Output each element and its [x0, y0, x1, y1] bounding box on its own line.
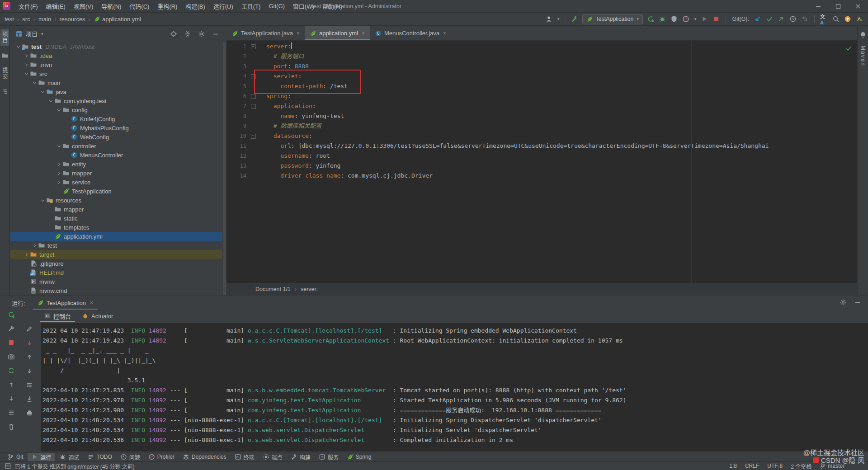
softwrap-icon[interactable] — [25, 381, 33, 389]
profiler-icon[interactable] — [682, 15, 690, 23]
git-commit-icon[interactable] — [765, 15, 774, 23]
search-icon[interactable] — [832, 15, 840, 23]
tree-item-resources[interactable]: resources — [10, 196, 222, 205]
pencil-icon[interactable] — [25, 325, 33, 333]
structure-icon[interactable] — [1, 88, 9, 96]
editor-tab-testapplication-java[interactable]: TestApplication.java× — [226, 26, 305, 40]
gear-icon[interactable] — [198, 30, 206, 38]
tree-item-webconfig[interactable]: CWebConfig — [10, 132, 222, 141]
tree-item-mybatisplusconfig[interactable]: CMybatisPlusConfig — [10, 123, 222, 132]
breadcrumb-item-application-yml[interactable]: application.yml — [94, 16, 141, 23]
inspections-ok-icon[interactable] — [844, 44, 853, 52]
minimize-icon[interactable] — [854, 298, 862, 306]
tree-item-src[interactable]: src — [10, 69, 222, 78]
menu-导航-n[interactable]: 导航(N) — [97, 0, 125, 12]
chevron-right-icon[interactable] — [31, 243, 38, 248]
window-maximize-button[interactable] — [828, 0, 848, 12]
code-line-3[interactable]: 3 port: 8888 — [226, 61, 857, 71]
tool-strip-maven[interactable]: Maven — [859, 43, 867, 69]
close-icon[interactable]: × — [297, 30, 300, 37]
menu-代码-c[interactable]: 代码(C) — [125, 0, 153, 12]
tool-window-button-spring[interactable]: Spring — [343, 453, 375, 461]
project-scrollbar[interactable] — [223, 42, 226, 295]
translate-icon[interactable]: 文A — [820, 15, 828, 23]
menu-icon[interactable] — [7, 409, 15, 417]
tree-item-entity[interactable]: entity — [10, 160, 222, 169]
print-icon[interactable] — [25, 409, 33, 417]
hammer-icon[interactable] — [571, 15, 579, 23]
chevron-down-icon[interactable]: ▾ — [41, 32, 43, 36]
gc-icon[interactable] — [7, 367, 15, 375]
chevron-right-icon[interactable] — [56, 180, 62, 185]
code-line-10[interactable]: 10− datasource: — [226, 131, 857, 141]
history-icon[interactable] — [789, 15, 797, 23]
folder-icon[interactable] — [1, 52, 9, 60]
tree-item-menuscontroller[interactable]: CMenusController — [10, 150, 222, 160]
tree-item-service[interactable]: service — [10, 178, 222, 187]
vcs-push-status[interactable]: 已将 1 个提交 推送到 origin/master (45 分钟 之前) — [15, 462, 135, 470]
trash-icon[interactable] — [7, 423, 15, 431]
grid-icon[interactable] — [5, 463, 11, 470]
git-push-icon[interactable] — [777, 15, 785, 23]
tree-item-mapper[interactable]: mapper — [10, 205, 222, 214]
fold-marker-icon[interactable]: − — [251, 44, 256, 49]
rerun-icon[interactable] — [7, 310, 15, 319]
tree-item-config[interactable]: config — [10, 105, 222, 114]
tree-item-target[interactable]: target — [10, 250, 222, 259]
code-line-8[interactable]: 8 name: yinfeng-test — [226, 111, 857, 121]
tree-item-com-yinfeng-test[interactable]: com.yinfeng.test — [10, 96, 222, 105]
chevron-down-icon[interactable] — [15, 44, 22, 49]
chevron-right-icon[interactable] — [56, 171, 62, 176]
status-item-crlf[interactable]: CRLF — [745, 463, 759, 469]
camera-icon[interactable] — [7, 352, 15, 361]
down-gray-icon[interactable] — [25, 367, 33, 375]
chevron-right-icon[interactable] — [23, 53, 30, 58]
tree-item-static[interactable]: static — [10, 214, 222, 223]
rollback-icon[interactable] — [801, 15, 809, 23]
chevron-down-icon[interactable]: ▾ — [694, 17, 697, 21]
tool-window-button-git[interactable]: Git — [4, 453, 27, 461]
tree-item-idea[interactable]: .idea — [10, 51, 222, 60]
code-line-13[interactable]: 13 password: yinfeng — [226, 161, 857, 171]
fold-marker-icon[interactable]: − — [251, 134, 256, 139]
up-gray-icon[interactable] — [25, 353, 33, 361]
chevron-right-icon[interactable] — [23, 252, 30, 257]
chevron-down-icon[interactable] — [56, 144, 62, 149]
code-line-14[interactable]: 14 driver-class-name: com.mysql.cj.jdbc.… — [226, 171, 857, 181]
tree-item-testapplication[interactable]: TestApplication — [10, 187, 222, 196]
tree-item-mvnw[interactable]: mvnw — [10, 277, 222, 286]
code-line-9[interactable]: 9 # 数据库相关配置 — [226, 121, 857, 131]
chevron-down-icon[interactable] — [39, 198, 46, 203]
menu-工具-t[interactable]: 工具(T) — [237, 0, 265, 12]
tree-item-knife4jconfig[interactable]: CKnife4jConfig — [10, 114, 222, 123]
wrench-icon[interactable] — [7, 324, 15, 333]
run-config-select[interactable]: TestApplication▾ — [582, 14, 643, 24]
run-tab-testapplication[interactable]: TestApplication× — [33, 296, 98, 310]
status-branch[interactable]: master — [820, 463, 844, 469]
tree-item-mvn[interactable]: .mvn — [10, 60, 222, 69]
status-item-utf-8[interactable]: UTF-8 — [767, 463, 783, 469]
coverage-icon[interactable] — [670, 15, 678, 23]
scrollend-icon[interactable] — [25, 395, 33, 403]
code-line-4[interactable]: 4− servlet: — [226, 71, 857, 81]
breadcrumb-item-main[interactable]: main — [38, 16, 51, 23]
tree-item-gitignore[interactable]: .gitignore — [10, 259, 222, 268]
tool-window-button-todo[interactable]: TODO — [84, 453, 115, 461]
console-output[interactable]: 2022-04-10 21:47:19.423 INFO 14892 --- [… — [41, 323, 868, 451]
rerun-icon[interactable] — [646, 15, 655, 23]
status-item-1-8[interactable]: 1:8 — [729, 463, 737, 469]
fold-marker-icon[interactable]: − — [251, 104, 256, 109]
minimize-icon[interactable] — [212, 30, 220, 38]
breadcrumb-item-test[interactable]: test — [5, 16, 14, 23]
chevron-right-icon[interactable] — [56, 162, 62, 167]
tree-item-mvnw-cmd[interactable]: mvnw.cmd — [10, 286, 222, 295]
editor-tab-application-yml[interactable]: application.yml× — [305, 26, 370, 40]
tool-strip-项目[interactable]: 项目 — [0, 29, 9, 46]
chevron-right-icon[interactable] — [23, 62, 30, 67]
tool-window-button-终端[interactable]: 终端 — [231, 453, 258, 461]
down-gray-icon[interactable] — [7, 395, 15, 403]
tree-item-test[interactable]: testD:\IDEA_JAVA\test — [10, 42, 222, 51]
code-line-12[interactable]: 12 username: root — [226, 151, 857, 161]
tool-window-button-构建[interactable]: 构建 — [287, 453, 314, 461]
close-icon[interactable]: × — [362, 30, 365, 37]
